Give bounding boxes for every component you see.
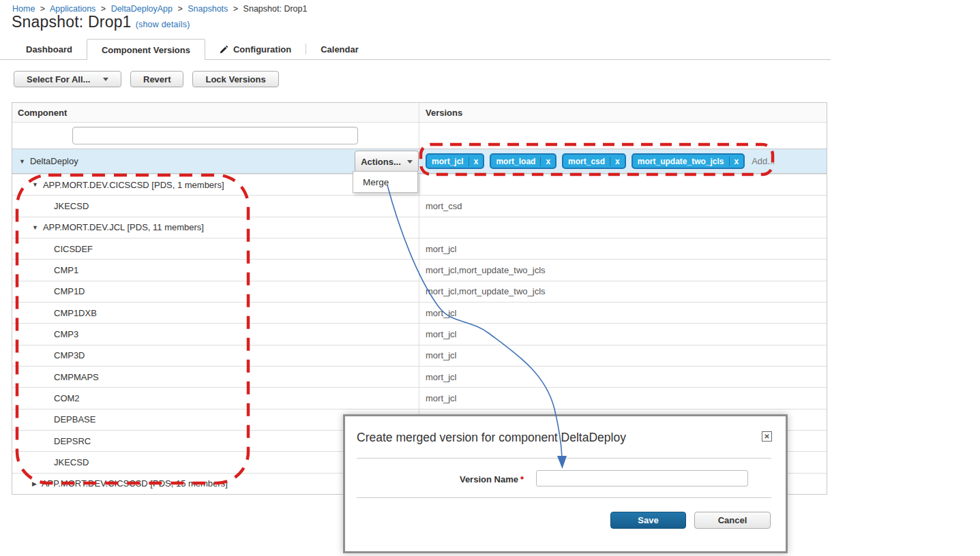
snapshot-page: Home > Applications > DeltaDeployApp > S… <box>0 0 980 556</box>
tab-calendar[interactable]: Calendar <box>306 39 373 59</box>
version-tag: mort_csd x <box>562 153 626 169</box>
component-label: CMP3 <box>54 329 78 339</box>
collapse-icon[interactable] <box>32 224 38 231</box>
remove-version-icon[interactable]: x <box>540 157 555 166</box>
pencil-icon <box>220 45 228 54</box>
chevron-down-icon <box>407 160 413 164</box>
breadcrumb-separator: > <box>40 4 45 14</box>
versions-cell: mort_jcl <box>419 367 827 387</box>
expand-icon[interactable] <box>32 480 37 487</box>
versions-cell <box>419 217 827 238</box>
breadcrumb-home[interactable]: Home <box>12 4 35 14</box>
version-name-label: Version Name* <box>357 474 524 484</box>
table-row-deltadeploy[interactable]: DeltaDeploy Actions... mort_jcl x mort_l… <box>12 149 827 174</box>
table-row[interactable]: CMP3D mort_jcl <box>12 345 827 366</box>
actions-label: Actions... <box>361 157 401 167</box>
revert-label: Revert <box>143 74 170 84</box>
version-tag-label: mort_load <box>491 157 540 166</box>
dialog-title: Create merged version for component Delt… <box>357 431 626 445</box>
actions-button[interactable]: Actions... <box>355 151 419 172</box>
tab-label: Component Versions <box>102 45 190 55</box>
breadcrumb-separator: > <box>101 4 106 14</box>
select-for-all-button[interactable]: Select For All... <box>14 71 121 87</box>
table-row[interactable]: APP.MORT.DEV.JCL [PDS, 11 members] <box>12 217 827 238</box>
page-title-text: Snapshot: Drop1 <box>12 13 132 31</box>
save-button[interactable]: Save <box>610 512 686 529</box>
version-tag: mort_jcl x <box>426 153 484 169</box>
toolbar: Select For All... Revert Lock Versions <box>14 71 279 87</box>
close-icon[interactable]: ✕ <box>762 431 772 442</box>
component-label: CICSDEF <box>54 244 93 254</box>
table-row[interactable]: CMP1D mort_jcl,mort_update_two_jcls <box>12 281 827 302</box>
breadcrumb-separator: > <box>233 4 238 14</box>
tab-dashboard[interactable]: Dashboard <box>12 39 87 59</box>
table-row[interactable]: APP.MORT.DEV.CICSCSD [PDS, 1 members] <box>12 174 827 195</box>
remove-version-icon[interactable]: x <box>469 157 484 166</box>
lock-versions-label: Lock Versions <box>205 74 265 84</box>
component-label: APP.MORT.DEV.JCL [PDS, 11 members] <box>43 222 204 232</box>
versions-cell <box>419 174 827 195</box>
table-row[interactable]: CMP1DXB mort_jcl <box>12 302 827 323</box>
collapse-icon[interactable] <box>19 158 25 165</box>
component-label: JKECSD <box>54 457 89 467</box>
version-name-field[interactable] <box>536 470 748 486</box>
component-label: CMP1 <box>54 265 78 275</box>
tab-component-versions[interactable]: Component Versions <box>87 39 205 60</box>
column-header-component: Component <box>12 103 419 122</box>
lock-versions-button[interactable]: Lock Versions <box>192 71 278 87</box>
breadcrumb-current: Snapshot: Drop1 <box>243 4 308 14</box>
cancel-label: Cancel <box>718 515 747 525</box>
component-label: CMP1D <box>54 286 85 296</box>
save-label: Save <box>638 515 658 525</box>
menu-item-label: Merge <box>363 177 389 187</box>
component-label: CMP1DXB <box>54 308 97 318</box>
breadcrumb-separator: > <box>177 4 182 14</box>
filter-row <box>12 122 827 149</box>
versions-cell: mort_jcl <box>419 388 827 408</box>
table-row[interactable]: CICSDEF mort_jcl <box>12 238 827 259</box>
cancel-button[interactable]: Cancel <box>694 512 771 529</box>
component-filter-input[interactable] <box>72 127 358 144</box>
chevron-down-icon <box>103 78 108 81</box>
tab-label: Calendar <box>321 44 359 55</box>
field-label-text: Version Name <box>460 474 518 484</box>
tab-configuration[interactable]: Configuration <box>205 39 306 59</box>
create-merged-version-dialog: Create merged version for component Delt… <box>343 414 788 553</box>
component-label: APP.MORT.DEV.CICSCSD [PDS, 1 members] <box>43 180 224 190</box>
collapse-icon[interactable] <box>32 181 38 188</box>
component-label: CMP3D <box>54 350 85 360</box>
breadcrumb-applications[interactable]: Applications <box>50 4 95 14</box>
table-row[interactable]: COM2 mort_jcl <box>12 387 827 408</box>
table-row[interactable]: CMP1 mort_jcl,mort_update_two_jcls <box>12 259 827 280</box>
versions-cell: mort_csd <box>419 196 827 216</box>
tab-label: Configuration <box>233 44 291 55</box>
required-asterisk: * <box>520 474 524 484</box>
breadcrumb-app[interactable]: DeltaDeployApp <box>111 4 173 14</box>
version-tag: mort_load x <box>490 153 556 169</box>
component-label: CMPMAPS <box>54 372 99 382</box>
table-row[interactable]: CMP3 mort_jcl <box>12 323 827 344</box>
versions-cell: mort_jcl <box>419 238 827 259</box>
tab-bar: Dashboard Component Versions Configurati… <box>0 39 831 60</box>
page-title: Snapshot: Drop1(show details) <box>12 13 190 31</box>
show-details-link[interactable]: (show details) <box>136 20 190 29</box>
versions-cell: mort_jcl <box>419 303 827 323</box>
revert-button[interactable]: Revert <box>130 71 183 87</box>
versions-cell: mort_jcl <box>419 345 827 366</box>
select-for-all-label: Select For All... <box>27 74 90 84</box>
table-row[interactable]: CMPMAPS mort_jcl <box>12 366 827 387</box>
add-version-link[interactable]: Add... <box>752 156 775 166</box>
remove-version-icon[interactable]: x <box>729 157 744 166</box>
breadcrumb-snapshots[interactable]: Snapshots <box>188 4 228 14</box>
component-label: DEPSRC <box>54 436 91 446</box>
component-label: APP.MORT.DEV.CICSCSD [PDS, 15 members] <box>42 478 228 489</box>
table-row[interactable]: JKECSD mort_csd <box>12 195 827 216</box>
menu-item-merge[interactable]: Merge <box>353 171 418 193</box>
table-header-row: Component Versions <box>12 103 827 122</box>
breadcrumb: Home > Applications > DeltaDeployApp > S… <box>12 4 307 14</box>
component-label: DeltaDeploy <box>30 156 78 166</box>
versions-cell: mort_jcl,mort_update_two_jcls <box>419 281 827 302</box>
divider <box>357 497 771 498</box>
remove-version-icon[interactable]: x <box>610 157 625 166</box>
version-tag-label: mort_csd <box>563 157 610 166</box>
